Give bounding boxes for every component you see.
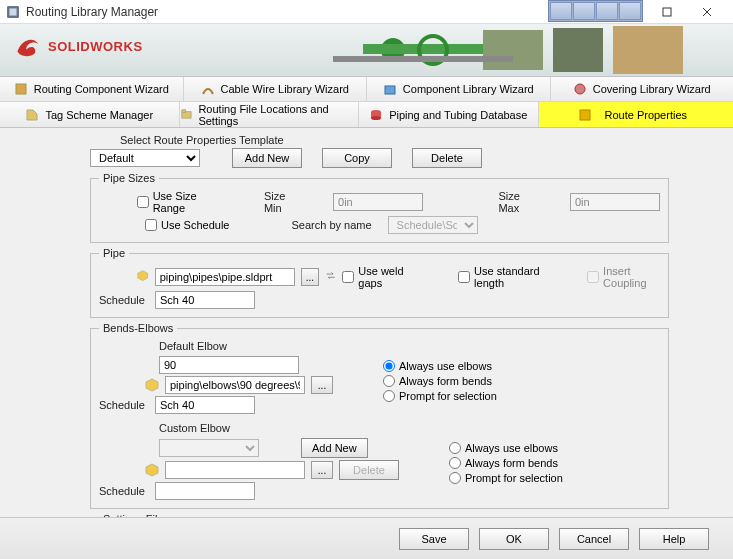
- tab-cable-wire-library-wizard[interactable]: Cable Wire Library Wizard: [184, 77, 368, 101]
- qat-btn-3[interactable]: [596, 2, 618, 20]
- part-icon: [137, 270, 148, 284]
- svg-rect-3: [663, 8, 671, 16]
- svg-point-20: [371, 116, 381, 120]
- use-standard-length-checkbox[interactable]: Use standard length: [458, 265, 551, 289]
- svg-rect-13: [16, 84, 26, 94]
- cancel-button[interactable]: Cancel: [559, 528, 629, 550]
- custom-elbow-options: Always use elbows Always form bends Prom…: [449, 442, 563, 502]
- size-min-input[interactable]: [333, 193, 423, 211]
- qat-btn-2[interactable]: [573, 2, 595, 20]
- delete-template-button[interactable]: Delete: [412, 148, 482, 168]
- pipe-path-input[interactable]: [155, 268, 295, 286]
- opt-always-form-bends[interactable]: Always form bends: [383, 375, 497, 387]
- dialog-footer: Save OK Cancel Help: [0, 517, 733, 559]
- svg-rect-12: [333, 56, 513, 62]
- bends-elbows-group: Bends-Elbows Default Elbow ... Schedule …: [90, 322, 669, 509]
- pipe-schedule-label: Schedule: [99, 294, 149, 306]
- custom-elbow-select[interactable]: [159, 439, 259, 457]
- quick-access-toolbar: [548, 0, 643, 22]
- svg-rect-10: [363, 44, 483, 54]
- header-banner: SOLIDWORKS: [0, 24, 733, 76]
- custom-delete-button[interactable]: Delete: [339, 460, 399, 480]
- default-elbow-options: Always use elbows Always form bends Prom…: [383, 360, 497, 416]
- part-icon: [145, 378, 159, 392]
- maximize-button[interactable]: [647, 0, 687, 24]
- elbow-path-input[interactable]: [165, 376, 305, 394]
- tab-piping-tubing-database[interactable]: Piping and Tubing Database: [359, 102, 539, 127]
- tab-route-properties[interactable]: Route Properties: [539, 102, 734, 127]
- svg-rect-8: [613, 26, 683, 74]
- opt2-always-use-elbows[interactable]: Always use elbows: [449, 442, 563, 454]
- svg-rect-6: [483, 30, 543, 70]
- tab-strip: Routing Component Wizard Cable Wire Libr…: [0, 76, 733, 128]
- svg-rect-14: [385, 86, 395, 94]
- help-button[interactable]: Help: [639, 528, 709, 550]
- svg-rect-21: [580, 110, 590, 120]
- pipe-schedule-input[interactable]: [155, 291, 255, 309]
- size-min-label: Size Min: [264, 190, 297, 214]
- tab-tag-scheme-manager[interactable]: Tag Scheme Manager: [0, 102, 180, 127]
- pipe-sizes-legend: Pipe Sizes: [99, 172, 159, 184]
- custom-browse-button[interactable]: ...: [311, 461, 333, 479]
- size-max-label: Size Max: [498, 190, 534, 214]
- custom-schedule-input[interactable]: [155, 482, 255, 500]
- custom-schedule-label: Schedule: [99, 485, 149, 497]
- brand-logo: SOLIDWORKS: [14, 32, 143, 60]
- search-by-name-select[interactable]: Schedule\Sch: [388, 216, 478, 234]
- copy-template-button[interactable]: Copy: [322, 148, 392, 168]
- swap-icon[interactable]: [325, 270, 336, 284]
- opt-always-use-elbows[interactable]: Always use elbows: [383, 360, 497, 372]
- insert-coupling-checkbox[interactable]: Insert Coupling: [587, 265, 660, 289]
- ok-button[interactable]: OK: [479, 528, 549, 550]
- bends-schedule-input[interactable]: [155, 396, 255, 414]
- window-title: Routing Library Manager: [26, 5, 607, 19]
- svg-rect-17: [181, 109, 185, 112]
- route-properties-panel: Select Route Properties Template Default…: [0, 128, 733, 519]
- use-schedule-checkbox[interactable]: Use Schedule: [145, 219, 230, 231]
- tab-component-library-wizard[interactable]: Component Library Wizard: [367, 77, 551, 101]
- svg-rect-1: [10, 8, 17, 15]
- opt2-always-form-bends[interactable]: Always form bends: [449, 457, 563, 469]
- template-section-label: Select Route Properties Template: [120, 134, 284, 146]
- elbow-browse-button[interactable]: ...: [311, 376, 333, 394]
- pipe-sizes-group: Pipe Sizes Use Size Range Size Min Size …: [90, 172, 669, 243]
- default-elbow-label: Default Elbow: [159, 340, 227, 352]
- use-size-range-checkbox[interactable]: Use Size Range: [137, 190, 213, 214]
- size-max-input[interactable]: [570, 193, 660, 211]
- brand-name: SOLIDWORKS: [48, 39, 143, 54]
- custom-elbow-label: Custom Elbow: [159, 422, 230, 434]
- qat-btn-4[interactable]: [619, 2, 641, 20]
- close-button[interactable]: [687, 0, 727, 24]
- custom-add-new-button[interactable]: Add New: [301, 438, 368, 458]
- tab-covering-library-wizard[interactable]: Covering Library Wizard: [551, 77, 734, 101]
- template-select[interactable]: Default: [90, 149, 200, 167]
- search-by-name-label: Search by name: [292, 219, 372, 231]
- custom-elbow-path-input[interactable]: [165, 461, 305, 479]
- banner-illustration: [333, 26, 693, 74]
- part-icon: [145, 463, 159, 477]
- svg-rect-7: [553, 28, 603, 72]
- opt-prompt-selection[interactable]: Prompt for selection: [383, 390, 497, 402]
- save-button[interactable]: Save: [399, 528, 469, 550]
- titlebar: Routing Library Manager: [0, 0, 733, 24]
- use-weld-gaps-checkbox[interactable]: Use weld gaps: [342, 265, 413, 289]
- pipe-legend: Pipe: [99, 247, 129, 259]
- bends-schedule-label: Schedule: [99, 399, 149, 411]
- add-new-template-button[interactable]: Add New: [232, 148, 302, 168]
- qat-btn-1[interactable]: [550, 2, 572, 20]
- opt2-prompt-selection[interactable]: Prompt for selection: [449, 472, 563, 484]
- tab-routing-component-wizard[interactable]: Routing Component Wizard: [0, 77, 184, 101]
- app-icon: [6, 5, 20, 19]
- tab-routing-file-locations[interactable]: Routing File Locations and Settings: [180, 102, 360, 127]
- svg-point-15: [575, 84, 585, 94]
- default-angle-input[interactable]: [159, 356, 299, 374]
- pipe-group: Pipe ... Use weld gaps Use standard leng…: [90, 247, 669, 318]
- bends-legend: Bends-Elbows: [99, 322, 177, 334]
- pipe-browse-button[interactable]: ...: [301, 268, 319, 286]
